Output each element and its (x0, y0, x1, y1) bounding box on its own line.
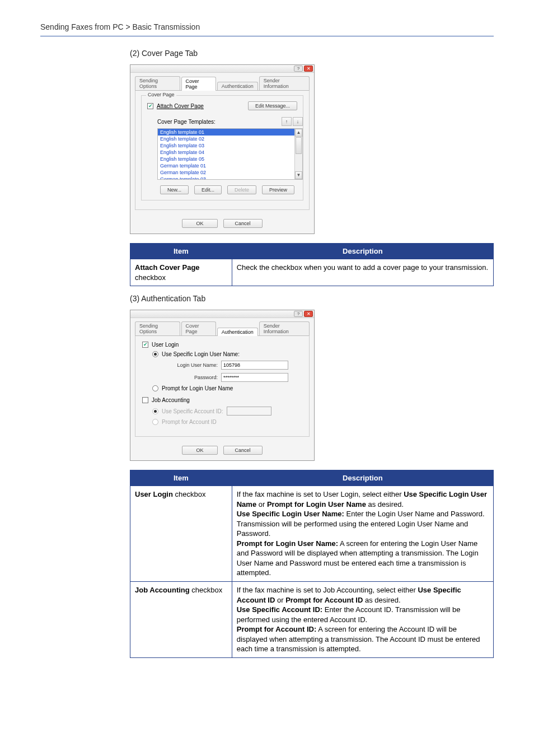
list-item[interactable]: English template 01 (158, 129, 302, 136)
prompt-account-radio (152, 419, 158, 425)
templates-listbox[interactable]: English template 01 English template 02 … (157, 128, 303, 180)
authentication-table: Item Description User Login checkbox If … (130, 470, 494, 658)
txt-strong: Prompt for Login User Name (267, 500, 366, 508)
close-icon[interactable]: ✕ (304, 66, 313, 72)
ok-button[interactable]: OK (182, 446, 217, 455)
txt-strong: Prompt for Login User Name: (237, 539, 338, 548)
password-label: Password: (165, 375, 218, 380)
scroll-thumb[interactable] (296, 137, 302, 154)
scroll-down-icon[interactable]: ▼ (295, 171, 302, 179)
tab-cover-page[interactable]: Cover Page (181, 77, 216, 91)
list-scrollbar[interactable]: ▲ ▼ (294, 129, 302, 179)
authentication-dialog: ? ✕ Sending Options Cover Page Authentic… (130, 310, 315, 461)
login-user-name-field[interactable]: 105798 (221, 361, 288, 370)
td-desc: Check the checkbox when you want to add … (232, 259, 493, 286)
list-item[interactable]: English template 03 (158, 142, 302, 149)
delete-button[interactable]: Delete (227, 185, 256, 194)
td-item: Job Accounting checkbox (130, 582, 232, 658)
cover-page-table: Item Description Attach Cover Page check… (130, 243, 494, 286)
attach-cover-page-label: Attach Cover Page (157, 103, 204, 109)
list-item[interactable]: English template 05 (158, 156, 302, 162)
th-description: Description (232, 244, 493, 259)
edit-button[interactable]: Edit... (194, 185, 222, 194)
close-icon[interactable]: ✕ (304, 311, 313, 317)
job-accounting-label: Job Accounting (152, 397, 190, 403)
attach-cover-page-checkbox[interactable] (147, 103, 153, 109)
tab-cover-page[interactable]: Cover Page (181, 321, 216, 335)
tab-sending-options[interactable]: Sending Options (135, 76, 180, 90)
user-login-label: User Login (152, 342, 179, 348)
cancel-button[interactable]: Cancel (223, 219, 263, 228)
ok-button[interactable]: OK (182, 219, 217, 228)
txt: If the fax machine is set to User Login,… (237, 490, 404, 498)
tab-authentication[interactable]: Authentication (217, 328, 258, 336)
tab-sender-information[interactable]: Sender Information (259, 76, 310, 90)
list-item[interactable]: German template 01 (158, 162, 302, 169)
job-accounting-checkbox[interactable] (142, 397, 148, 403)
txt: as desired. (366, 500, 404, 508)
list-item[interactable]: German template 03 (158, 176, 302, 180)
txt: or (275, 596, 285, 604)
td-item: Attach Cover Page checkbox (130, 259, 232, 286)
txt-strong: Prompt for Account ID (285, 596, 363, 604)
dialog-titlebar: ? ✕ (130, 65, 314, 73)
use-specific-login-label: Use Specific Login User Name: (162, 351, 240, 357)
tab-row: Sending Options Cover Page Authenticatio… (130, 73, 314, 90)
use-specific-login-radio[interactable] (152, 351, 158, 357)
account-id-field (227, 407, 271, 416)
td-item: User Login checkbox (130, 486, 232, 582)
preview-button[interactable]: Preview (262, 185, 294, 194)
help-icon[interactable]: ? (294, 311, 303, 317)
scroll-up-icon[interactable]: ▲ (295, 129, 302, 137)
login-user-name-label: Login User Name: (165, 362, 218, 368)
cover-page-group: Cover Page Attach Cover Page Edit Messag… (141, 95, 303, 200)
edit-message-button[interactable]: Edit Message... (248, 101, 297, 110)
td-desc: If the fax machine is set to User Login,… (232, 486, 493, 582)
section-heading-authentication: (3) Authentication Tab (130, 294, 494, 303)
use-specific-account-label: Use Specific Account ID: (162, 408, 223, 414)
txt-strong: Use Specific Account ID: (237, 605, 322, 614)
prompt-account-label: Prompt for Account ID (162, 419, 217, 425)
use-specific-account-radio (152, 408, 158, 414)
cancel-button[interactable]: Cancel (223, 446, 263, 455)
th-description: Description (232, 470, 493, 486)
tab-sender-information[interactable]: Sender Information (259, 321, 310, 335)
txt-strong: Use Specific Login User Name: (237, 510, 344, 518)
move-down-button[interactable]: ↓ (293, 117, 303, 126)
item-rest: checkbox (135, 273, 166, 282)
th-item: Item (130, 470, 232, 486)
tab-authentication[interactable]: Authentication (217, 82, 258, 90)
group-label: Cover Page (146, 92, 176, 97)
item-strong: Job Accounting (135, 586, 190, 594)
breadcrumb: Sending Faxes from PC > Basic Transmissi… (40, 22, 494, 36)
item-strong: User Login (135, 490, 173, 498)
user-login-checkbox[interactable] (142, 342, 148, 348)
templates-label: Cover Page Templates: (157, 119, 216, 125)
password-field[interactable]: ******** (221, 373, 288, 382)
prompt-login-label: Prompt for Login User Name (162, 385, 233, 391)
txt-strong: Prompt for Account ID: (237, 625, 317, 633)
new-button[interactable]: New... (160, 185, 189, 194)
th-item: Item (130, 244, 232, 259)
tab-row: Sending Options Cover Page Authenticatio… (130, 318, 314, 335)
list-item[interactable]: German template 02 (158, 169, 302, 176)
cover-page-dialog: ? ✕ Sending Options Cover Page Authentic… (130, 64, 315, 234)
td-desc: If the fax machine is set to Job Account… (232, 582, 493, 658)
item-rest: checkbox (190, 586, 223, 594)
list-item[interactable]: English template 04 (158, 149, 302, 156)
item-rest: checkbox (173, 490, 206, 498)
move-up-button[interactable]: ↑ (282, 117, 292, 126)
txt: If the fax machine is set to Job Account… (237, 586, 418, 594)
help-icon[interactable]: ? (294, 66, 303, 72)
list-item[interactable]: English template 02 (158, 136, 302, 142)
item-strong: Attach Cover Page (135, 263, 200, 272)
dialog-titlebar: ? ✕ (130, 310, 314, 318)
prompt-login-radio[interactable] (152, 385, 158, 391)
txt: or (256, 500, 267, 508)
txt: as desired. (363, 596, 400, 604)
tab-sending-options[interactable]: Sending Options (135, 321, 180, 335)
section-heading-cover-page: (2) Cover Page Tab (130, 49, 494, 58)
